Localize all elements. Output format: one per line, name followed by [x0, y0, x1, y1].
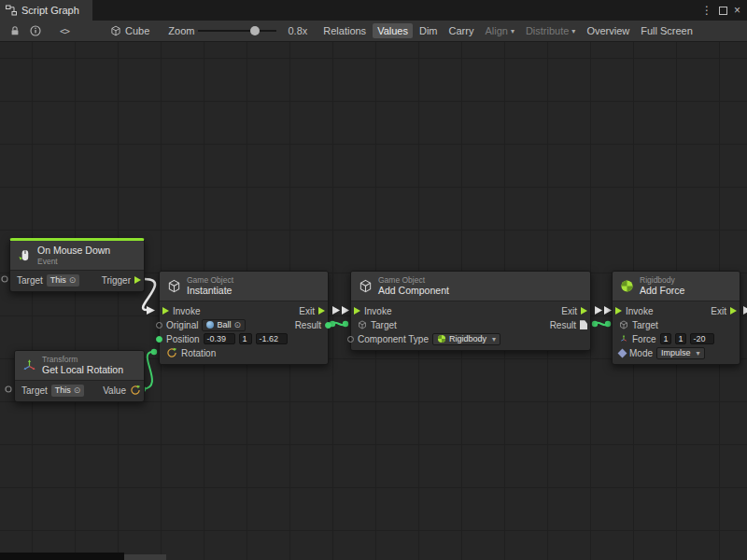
node-add-force[interactable]: Rigidbody Add Force Invoke Exit: [612, 271, 740, 365]
component-type-port[interactable]: [347, 336, 354, 343]
trigger-label: Trigger: [102, 275, 131, 286]
script-graph-window: Script Graph ⋮ × <>: [0, 0, 747, 560]
object-picker-icon[interactable]: ⊙: [233, 320, 241, 329]
node-title: Add Force: [640, 285, 684, 297]
object-picker-icon[interactable]: ⊙: [69, 275, 77, 285]
invoke-port[interactable]: [615, 307, 622, 315]
lock-button[interactable]: [6, 23, 24, 38]
wire-exit-to-invoke-1[interactable]: [332, 306, 340, 315]
maximize-icon[interactable]: [719, 7, 727, 15]
node-on-mouse-down[interactable]: On Mouse Down Event Target This ⊙ Trigge…: [9, 238, 145, 292]
transform-icon: [22, 358, 36, 372]
wire-exit-offscreen[interactable]: [743, 306, 747, 315]
rotation-label: Rotation: [181, 348, 216, 358]
port-row: Rotation: [160, 346, 328, 360]
invoke-port[interactable]: [354, 307, 360, 315]
component-type-dropdown[interactable]: Rigidbody ▾: [432, 333, 500, 345]
force-mode-value: Impulse: [661, 348, 691, 357]
value-port-connected[interactable]: [592, 321, 598, 327]
zoom-slider-handle[interactable]: [250, 26, 260, 35]
component-type-label: Component Type: [358, 334, 429, 344]
target-port[interactable]: [6, 386, 11, 392]
game-object-icon: [167, 279, 181, 293]
port-row: Target Result: [351, 318, 590, 332]
graph-canvas[interactable]: On Mouse Down Event Target This ⊙ Trigge…: [0, 42, 747, 560]
invoke-label: Invoke: [364, 306, 391, 316]
original-port[interactable]: [156, 322, 162, 329]
node-header: Game Object Instantiate: [160, 272, 328, 301]
original-object-field[interactable]: Ball ⊙: [202, 319, 246, 331]
info-button[interactable]: [26, 23, 45, 38]
menu-icon[interactable]: ⋮: [701, 5, 712, 16]
toolbar-button-align[interactable]: Align ▾: [480, 23, 518, 38]
result-port-icon[interactable]: [580, 320, 587, 329]
node-get-local-rotation[interactable]: Transform Get Local Rotation Target This…: [14, 350, 145, 402]
close-icon[interactable]: ×: [734, 5, 740, 16]
zoom-slider[interactable]: [198, 25, 276, 36]
value-port-connected[interactable]: [605, 321, 611, 327]
result-label: Result: [295, 320, 321, 330]
mode-enum-icon[interactable]: [618, 348, 627, 357]
result-port[interactable]: [325, 322, 331, 329]
toolbar-button-carry[interactable]: Carry: [444, 23, 479, 38]
original-label: Original: [166, 320, 198, 330]
trigger-port[interactable]: [134, 276, 141, 284]
code-view-button[interactable]: <>: [60, 26, 69, 36]
toolbar-button-overview[interactable]: Overview: [582, 23, 634, 38]
node-instantiate[interactable]: Game Object Instantiate Invoke Exit Orig…: [159, 271, 329, 365]
port-row: Target This ⊙ Value: [15, 384, 144, 398]
graph-target[interactable]: Cube: [110, 25, 149, 36]
toolbar-button-values[interactable]: Values: [373, 23, 413, 38]
zoom-label: Zoom: [168, 25, 194, 36]
force-y-input[interactable]: 1: [675, 333, 686, 344]
target-object-field[interactable]: This ⊙: [47, 274, 80, 287]
toolbar-button-distribute[interactable]: Distribute ▾: [521, 23, 580, 38]
exit-label: Exit: [711, 306, 726, 316]
position-port[interactable]: [156, 336, 162, 343]
zoom-slider-track[interactable]: [198, 30, 276, 32]
force-z-input[interactable]: -20: [690, 333, 714, 344]
result-label: Result: [550, 320, 576, 330]
target-gameobject-icon[interactable]: [358, 320, 367, 329]
port-row: Invoke Exit: [613, 304, 740, 318]
object-picker-icon[interactable]: ⊙: [74, 385, 81, 395]
wire-trigger-to-invoke[interactable]: [143, 279, 155, 310]
value-port-connected[interactable]: [343, 321, 348, 327]
rotation-port-icon[interactable]: [166, 347, 177, 358]
zoom-value: 0.8x: [288, 25, 307, 36]
port-row: Component Type Rigidbody ▾: [351, 332, 590, 346]
exit-label: Exit: [561, 306, 577, 316]
rigidbody-icon: [620, 279, 634, 293]
force-x-input[interactable]: 1: [660, 333, 671, 344]
position-y-input[interactable]: 1: [239, 333, 252, 344]
invoke-port[interactable]: [162, 307, 169, 315]
target-label: Target: [371, 320, 397, 330]
rotation-value-port-icon[interactable]: [130, 385, 141, 396]
target-object-field[interactable]: This ⊙: [51, 385, 85, 397]
wire-exit-to-invoke-2[interactable]: [595, 306, 602, 315]
window-title: Script Graph: [21, 5, 79, 16]
port-row: Mode Impulse ▾: [613, 346, 740, 360]
exit-port[interactable]: [581, 307, 587, 315]
value-port-connected[interactable]: [151, 349, 157, 355]
node-category: Rigidbody: [640, 275, 684, 285]
position-x-input[interactable]: -0.39: [204, 333, 235, 344]
ball-prefab-icon: [206, 321, 214, 329]
exit-port[interactable]: [318, 307, 325, 315]
force-port-icon[interactable]: [619, 334, 628, 343]
port-row: Original Ball ⊙ Result: [160, 318, 328, 332]
port-row: Invoke Exit: [160, 304, 328, 318]
tab-script-graph[interactable]: Script Graph: [0, 0, 92, 21]
node-add-component[interactable]: Game Object Add Component Invoke Exit: [350, 271, 591, 351]
exit-port[interactable]: [730, 307, 737, 315]
toolbar-button-dim[interactable]: Dim: [415, 23, 443, 38]
toolbar-button-fullscreen[interactable]: Full Screen: [636, 23, 698, 38]
position-z-input[interactable]: -1.62: [256, 333, 288, 344]
target-gameobject-icon[interactable]: [619, 320, 628, 329]
rigidbody-icon: [437, 334, 446, 343]
toolbar-button-relations[interactable]: Relations: [318, 23, 371, 38]
target-port[interactable]: [2, 276, 7, 282]
mouse-icon: [18, 248, 32, 262]
node-title: Instantiate: [187, 285, 233, 297]
force-mode-dropdown[interactable]: Impulse ▾: [656, 347, 705, 359]
